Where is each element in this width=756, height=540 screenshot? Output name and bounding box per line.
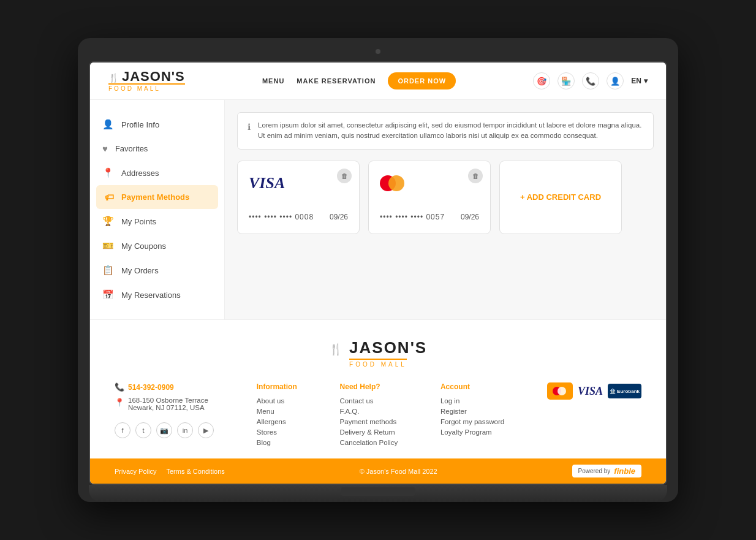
privacy-policy-link[interactable]: Privacy Policy xyxy=(115,468,156,475)
footer-logo-sub: FOOD MALL xyxy=(349,359,407,368)
mastercard-card-expiry: 09/26 xyxy=(461,213,479,221)
footer-link-loyalty[interactable]: Loyalty Program xyxy=(440,428,504,436)
make-reservation-nav-link[interactable]: MAKE RESERVATION xyxy=(297,77,376,85)
addresses-icon: 📍 xyxy=(102,167,114,178)
footer-phone[interactable]: 📞 514-392-0909 xyxy=(115,382,214,392)
sidebar-item-addresses[interactable]: 📍 Addresses xyxy=(90,161,224,185)
mastercard-badge xyxy=(547,382,573,400)
mastercard-card-info: •••• •••• •••• 0057 09/26 xyxy=(380,213,479,221)
mc-orange-circle xyxy=(388,175,404,191)
cards-grid: 🗑 VISA •••• •••• •••• 0008 09/26 🗑 xyxy=(237,161,654,234)
footer-link-forgot[interactable]: Forgot my password xyxy=(440,418,504,425)
powered-by: Powered by finble xyxy=(572,465,641,477)
info-icon: ℹ xyxy=(248,121,251,142)
footer-col-need-help: Need Help? Contact us F.A.Q. Payment met… xyxy=(340,382,398,446)
footer-link-login[interactable]: Log in xyxy=(440,397,504,405)
fork-icon: 🍴 xyxy=(108,73,119,83)
visa-card-expiry: 09/26 xyxy=(330,213,348,221)
footer-link-delivery[interactable]: Delivery & Return xyxy=(340,428,398,436)
footer-contact: 📞 514-392-0909 📍 168-150 Osborne Terrace… xyxy=(115,382,214,438)
footer-copyright: © Jason's Food Mall 2022 xyxy=(360,468,437,475)
mastercard-card-number: •••• •••• •••• 0057 xyxy=(380,213,445,221)
address-icon: 📍 xyxy=(115,398,124,407)
sidebar-item-payment-methods[interactable]: 🏷 Payment Methods xyxy=(96,185,218,209)
footer-main: 🍴 JASON'S FOOD MALL 📞 514-392-0909 📍 168… xyxy=(90,319,666,458)
coupons-icon: 🎫 xyxy=(102,240,114,251)
trackpad xyxy=(341,487,415,496)
nav-links: MENU MAKE RESERVATION ORDER NOW xyxy=(262,72,456,89)
phone-footer-icon: 📞 xyxy=(115,382,124,392)
mastercard-card: 🗑 •••• •••• •••• 0057 09/26 xyxy=(368,161,491,234)
laptop-frame: 🍴JASON'S FOOD MALL MENU MAKE RESERVATION… xyxy=(78,38,678,502)
sidebar-item-my-reservations[interactable]: 📅 My Reservations xyxy=(90,283,224,307)
sidebar-item-favorites[interactable]: ♥ Favorites xyxy=(90,137,224,161)
info-text: Lorem ipsum dolor sit amet, consectetur … xyxy=(258,120,643,142)
twitter-icon[interactable]: t xyxy=(135,422,151,438)
favorites-icon: ♥ xyxy=(102,143,108,154)
main-content: 👤 Profile Info ♥ Favorites 📍 Addresses 🏷… xyxy=(90,100,666,319)
terms-link[interactable]: Terms & Conditions xyxy=(166,468,224,475)
footer-link-cancelation[interactable]: Cancelation Policy xyxy=(340,439,398,446)
visa-card-number: •••• •••• •••• 0008 xyxy=(249,213,314,221)
footer-payment-logos: VISA 🏦 Eurobank xyxy=(547,382,641,400)
sidebar-item-profile[interactable]: 👤 Profile Info xyxy=(90,112,224,137)
linkedin-icon[interactable]: in xyxy=(177,422,193,438)
eurobank-badge: 🏦 Eurobank xyxy=(608,384,641,398)
footer-columns: 📞 514-392-0909 📍 168-150 Osborne Terrace… xyxy=(115,382,641,446)
content-area: ℹ Lorem ipsum dolor sit amet, consectetu… xyxy=(225,100,666,319)
footer-link-stores[interactable]: Stores xyxy=(257,428,297,436)
sidebar: 👤 Profile Info ♥ Favorites 📍 Addresses 🏷… xyxy=(90,100,225,319)
info-banner: ℹ Lorem ipsum dolor sit amet, consectetu… xyxy=(237,112,654,150)
instagram-icon[interactable]: 📷 xyxy=(156,422,172,438)
powered-by-label: Powered by xyxy=(578,468,611,474)
user-account-icon[interactable]: 👤 xyxy=(607,72,624,89)
sidebar-item-my-orders[interactable]: 📋 My Orders xyxy=(90,258,224,283)
visa-payment-badge: VISA xyxy=(578,385,603,398)
footer-link-payment[interactable]: Payment methods xyxy=(340,418,398,425)
footer-address: 📍 168-150 Osborne Terrace Newark, NJ 071… xyxy=(115,397,214,411)
delete-visa-button[interactable]: 🗑 xyxy=(337,169,352,183)
delete-mastercard-button[interactable]: 🗑 xyxy=(468,169,483,183)
orders-icon: 📋 xyxy=(102,265,114,276)
social-icons: f t 📷 in ▶ xyxy=(115,422,214,438)
footer-link-menu[interactable]: Menu xyxy=(257,408,297,415)
add-credit-card-button[interactable]: + ADD CREDIT CARD xyxy=(499,161,622,234)
mastercard-logo xyxy=(380,172,479,194)
need-help-col-title: Need Help? xyxy=(340,382,398,391)
footer-bottom-links: Privacy Policy Terms & Conditions xyxy=(115,468,225,475)
youtube-icon[interactable]: ▶ xyxy=(198,422,214,438)
footer-link-blog[interactable]: Blog xyxy=(257,439,297,446)
footer-bottom: Privacy Policy Terms & Conditions © Jaso… xyxy=(90,458,666,484)
facebook-icon[interactable]: f xyxy=(115,422,130,438)
account-col-title: Account xyxy=(440,382,504,391)
footer-link-allergens[interactable]: Allergens xyxy=(257,418,297,425)
visa-card-info: •••• •••• •••• 0008 09/26 xyxy=(249,213,348,221)
menu-nav-link[interactable]: MENU xyxy=(262,77,284,85)
laptop-screen: 🍴JASON'S FOOD MALL MENU MAKE RESERVATION… xyxy=(89,61,667,485)
profile-icon: 👤 xyxy=(102,119,114,130)
laptop-base xyxy=(89,485,667,502)
language-selector[interactable]: EN ▾ xyxy=(631,77,648,85)
nav-icons: 🎯 🏪 📞 👤 EN ▾ xyxy=(533,72,648,89)
logo-text: 🍴JASON'S xyxy=(108,70,185,83)
logo[interactable]: 🍴JASON'S FOOD MALL xyxy=(108,70,185,92)
footer-col-account: Account Log in Register Forgot my passwo… xyxy=(440,382,504,436)
footer-link-register[interactable]: Register xyxy=(440,408,504,415)
sidebar-item-my-coupons[interactable]: 🎫 My Coupons xyxy=(90,234,224,258)
visa-logo: VISA xyxy=(249,172,348,194)
chevron-down-icon: ▾ xyxy=(644,77,648,85)
reservations-icon: 📅 xyxy=(102,289,114,300)
phone-icon[interactable]: 📞 xyxy=(582,72,599,89)
order-now-button[interactable]: ORDER NOW xyxy=(388,72,456,89)
sidebar-item-my-points[interactable]: 🏆 My Points xyxy=(90,209,224,234)
locate-icon[interactable]: 🎯 xyxy=(533,72,550,89)
footer-logo: 🍴 JASON'S FOOD MALL xyxy=(115,338,641,368)
store-icon[interactable]: 🏪 xyxy=(558,72,575,89)
footer-col-information: Information About us Menu Allergens Stor… xyxy=(257,382,297,446)
add-card-label: + ADD CREDIT CARD xyxy=(520,192,601,202)
footer-link-about[interactable]: About us xyxy=(257,397,297,405)
footer-link-faq[interactable]: F.A.Q. xyxy=(340,408,398,415)
footer-link-contact[interactable]: Contact us xyxy=(340,397,398,405)
payment-icon: 🏷 xyxy=(105,192,114,202)
visa-card: 🗑 VISA •••• •••• •••• 0008 09/26 xyxy=(237,161,360,234)
